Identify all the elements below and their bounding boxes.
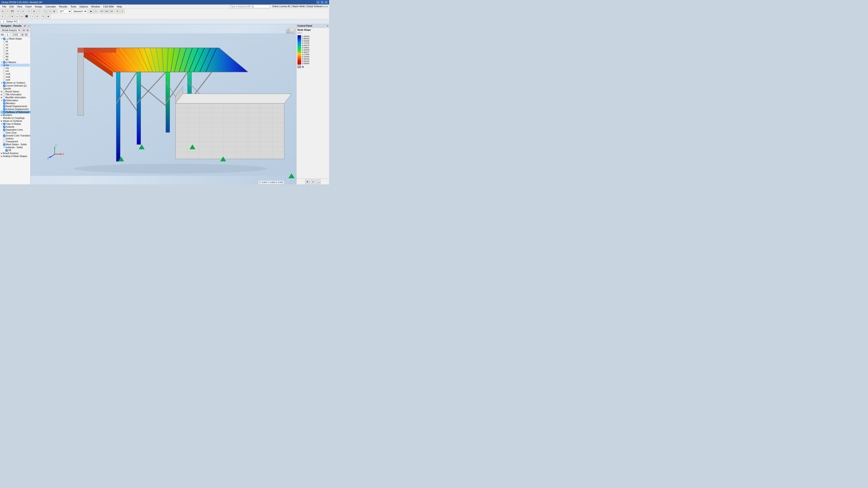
solid-button[interactable]: ⬛ xyxy=(24,14,29,19)
isolands-checkbox[interactable] xyxy=(3,126,5,128)
save-button[interactable]: 💾 xyxy=(10,9,14,13)
paste-button[interactable]: 📋 xyxy=(36,9,41,13)
node-button[interactable]: ● xyxy=(10,14,14,19)
nav-maxmin-info[interactable]: ▶ Max/Min Information xyxy=(0,96,30,99)
nav-mx[interactable]: mx xyxy=(0,64,30,67)
menu-assign[interactable]: Assign xyxy=(33,5,43,8)
zoom-out-button[interactable]: 🔍 xyxy=(47,9,52,13)
nav-sep-lines[interactable]: Separation Lines xyxy=(0,128,30,131)
nav-next-button[interactable]: ► xyxy=(26,29,29,32)
nav-result-values[interactable]: ▶ Result Values xyxy=(0,90,30,93)
dim-button[interactable]: ↔ xyxy=(30,14,35,19)
nav-my[interactable]: my xyxy=(0,67,30,70)
nav-extreme-disp[interactable]: Extreme Displacement xyxy=(0,108,30,111)
menu-cad-bim[interactable]: CAD-BIM xyxy=(102,5,115,8)
close-button[interactable]: × xyxy=(324,1,328,4)
ux-radio[interactable] xyxy=(3,43,5,46)
surface-button[interactable]: ▭ xyxy=(20,14,24,19)
nav-ux[interactable]: ux xyxy=(0,43,30,46)
menu-results[interactable]: Results xyxy=(58,5,69,8)
nav-mz[interactable]: mz xyxy=(0,70,30,72)
values-surfaces-checkbox[interactable] xyxy=(3,82,5,84)
nav-nodal-disp[interactable]: Nodal Displacements xyxy=(0,105,30,108)
off-checkbox[interactable] xyxy=(5,149,8,152)
nav-members[interactable]: ▶ Members xyxy=(0,113,30,117)
fd-radio[interactable] xyxy=(3,41,5,43)
select-box-button[interactable]: ⬜ xyxy=(5,14,10,19)
nav-type-display[interactable]: ▼ Type of display xyxy=(0,123,30,125)
menu-calculate[interactable]: Calculate xyxy=(44,5,57,8)
type-display-checkbox[interactable] xyxy=(3,123,5,125)
maxmin-checkbox[interactable] xyxy=(3,96,5,99)
annotation-button[interactable]: A xyxy=(35,14,39,19)
navigator-pin-button[interactable]: 📌 xyxy=(24,25,26,27)
nav-values-surfaces[interactable]: ▼ Values on Surfaces xyxy=(0,81,30,84)
maximize-button[interactable]: □ xyxy=(320,1,324,4)
mx-radio[interactable] xyxy=(3,64,5,66)
cp-table-button[interactable]: ≡ xyxy=(311,180,315,184)
nav-outlines-deformed[interactable]: Outlines of Deformed Surfaces xyxy=(0,111,30,113)
menu-file[interactable]: File xyxy=(1,5,8,8)
phiy-radio[interactable] xyxy=(3,55,5,58)
nav-off[interactable]: Off xyxy=(0,149,30,152)
menu-help[interactable]: Help xyxy=(116,5,123,8)
nav-mzk[interactable]: mzK xyxy=(0,78,30,81)
outlines-deformed-checkbox[interactable] xyxy=(3,111,5,113)
menu-tools[interactable]: Tools xyxy=(69,5,78,8)
view-xz-button[interactable]: XZ xyxy=(104,9,109,13)
nav-uz[interactable]: uz xyxy=(0,49,30,52)
nav-smooth-color[interactable]: Smooth Color Transition xyxy=(0,134,30,137)
nav-transparent[interactable]: Transparent xyxy=(0,140,30,143)
menu-insert[interactable]: Insert xyxy=(24,5,33,8)
undo-button[interactable]: ↩ xyxy=(16,9,21,13)
iso-view-button[interactable]: ◈ xyxy=(46,14,51,19)
mode-prev-button[interactable]: ◄ xyxy=(21,33,24,36)
modal-analysis-dropdown[interactable]: Modal Analysis xyxy=(1,28,21,32)
transparent-checkbox[interactable] xyxy=(3,140,5,143)
wireframe-button[interactable]: ⬡ xyxy=(94,9,98,13)
nav-isolands[interactable]: Isolands xyxy=(0,125,30,128)
nav-prev-button[interactable]: ◄ xyxy=(22,29,25,32)
view-yz-button[interactable]: YZ xyxy=(109,9,114,13)
cut-button[interactable]: ✂ xyxy=(27,9,31,13)
nodal-disp-checkbox[interactable] xyxy=(3,105,5,107)
nav-deformation[interactable]: ▼ Deformation xyxy=(0,99,30,102)
nav-masses[interactable]: ▼ ⚖ Masses xyxy=(0,61,30,64)
nav-mxk[interactable]: mxK xyxy=(0,72,30,75)
cp-chart-button[interactable]: 📊 xyxy=(316,180,320,184)
member-button[interactable]: — xyxy=(15,14,19,19)
nav-title-info[interactable]: ▶ Title Information xyxy=(0,93,30,96)
uz-radio[interactable] xyxy=(3,50,5,52)
section-cut-button[interactable]: ✂ xyxy=(41,14,46,19)
cp-close-button[interactable]: × xyxy=(327,25,328,27)
nav-phiy[interactable]: φy xyxy=(0,55,30,58)
mode-shape-checkbox[interactable] xyxy=(3,38,5,40)
nav-result-sections[interactable]: ▶ Result Sections xyxy=(0,152,30,155)
nav-phix[interactable]: φx xyxy=(0,52,30,55)
phix-radio[interactable] xyxy=(3,53,5,55)
nav-mesh-nodes-solids[interactable]: Mesh Nodes - Solids xyxy=(0,143,30,146)
menu-window[interactable]: Window xyxy=(90,5,101,8)
mz-radio[interactable] xyxy=(3,70,5,72)
rotate-button[interactable]: ↻ xyxy=(115,9,120,13)
myk-radio[interactable] xyxy=(3,76,5,78)
sep-lines-checkbox[interactable] xyxy=(3,129,5,131)
members-def-checkbox[interactable] xyxy=(3,102,5,105)
nav-current-sel[interactable]: Current Selection [u] xyxy=(0,84,30,87)
redo-button[interactable]: ↪ xyxy=(21,9,25,13)
nav-myk[interactable]: myK xyxy=(0,75,30,78)
viewport[interactable]: Top Front Right xyxy=(31,24,296,184)
copy-button[interactable]: ⧉ xyxy=(32,9,36,13)
select-button[interactable]: ↖ xyxy=(0,14,5,19)
nav-isolines[interactable]: Isolines xyxy=(0,137,30,140)
nav-scaling-mode-shapes[interactable]: ▶ Scaling of Mode Shapes xyxy=(0,155,30,158)
uy-radio[interactable] xyxy=(3,46,5,49)
keyword-search-input[interactable] xyxy=(229,5,270,8)
gray-zone-checkbox[interactable] xyxy=(3,132,5,134)
nav-phiz[interactable]: φz xyxy=(0,58,30,61)
mzk-radio[interactable] xyxy=(3,79,5,81)
deformation-checkbox[interactable] xyxy=(3,99,5,102)
mxk-radio[interactable] xyxy=(3,73,5,75)
zoom-in-button[interactable]: 🔍 xyxy=(42,9,47,13)
result-values-checkbox[interactable] xyxy=(3,91,5,93)
